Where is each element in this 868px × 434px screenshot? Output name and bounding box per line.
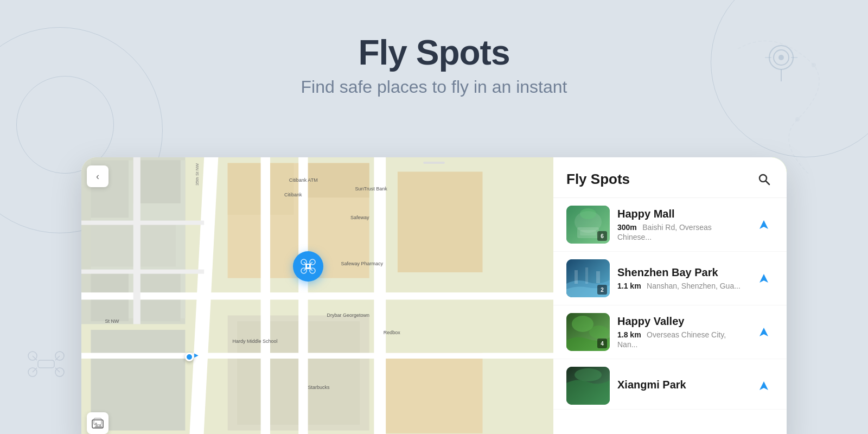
back-button[interactable]: ‹	[87, 165, 108, 187]
left-sidebar: ‹	[81, 157, 114, 434]
spot-info-shenzhen-bay: Shenzhen Bay Park 1.1 km Nanshan, Shenzh…	[617, 266, 746, 291]
svg-line-55	[766, 181, 770, 185]
spot-item-happy-mall[interactable]: 6 Happy Mall 300m Baishi Rd, Overseas Ch…	[553, 198, 787, 252]
svg-rect-6	[38, 360, 54, 368]
page-title: Fly Spots	[0, 33, 868, 73]
search-button[interactable]	[754, 169, 774, 189]
spot-address-shenzhen-bay: Nanshan, Shenzhen, Gua...	[647, 282, 741, 290]
spot-count-shenzhen-bay: 2	[597, 285, 607, 295]
spots-list: 6 Happy Mall 300m Baishi Rd, Overseas Ch…	[553, 198, 787, 434]
svg-marker-73	[760, 381, 768, 390]
spot-item-shenzhen-bay[interactable]: 2 Shenzhen Bay Park 1.1 km Nanshan, Shen…	[553, 252, 787, 305]
svg-rect-37	[81, 353, 553, 359]
spot-nav-happy-valley[interactable]	[754, 322, 774, 342]
device-mockup: Citibank ATM Citibank SunTrust Bank Safe…	[81, 157, 787, 434]
spot-info-happy-valley: Happy Valley 1.8 km Overseas Chinese Cit…	[617, 315, 746, 349]
spot-distance-shenzhen-bay: 1.1 km	[617, 282, 641, 290]
svg-line-51	[311, 262, 312, 264]
spot-thumbnail-xiangmi	[566, 367, 610, 405]
svg-rect-64	[585, 267, 588, 284]
svg-rect-41	[133, 157, 141, 324]
map-background: Citibank ATM Citibank SunTrust Bank Safe…	[81, 157, 553, 434]
spot-item-xiangmi-park[interactable]: Xiangmi Park	[553, 359, 787, 410]
spot-name-happy-valley: Happy Valley	[617, 315, 746, 328]
spot-name-shenzhen-bay: Shenzhen Bay Park	[617, 266, 746, 279]
svg-point-60	[580, 208, 596, 219]
svg-rect-65	[596, 271, 600, 283]
svg-rect-38	[261, 157, 270, 434]
svg-line-50	[304, 262, 305, 264]
spot-distance-happy-valley: 1.8 km	[617, 330, 641, 339]
svg-rect-36	[81, 292, 553, 299]
svg-rect-59	[580, 230, 596, 235]
map-panel: Citibank ATM Citibank SunTrust Bank Safe…	[81, 157, 553, 434]
fly-spots-panel: Fly Spots	[553, 157, 787, 434]
panel-title: Fly Spots	[566, 171, 630, 188]
svg-marker-61	[760, 220, 768, 229]
svg-point-69	[589, 326, 609, 339]
spot-thumbnail-happy-valley: 4	[566, 313, 610, 351]
drone-marker-icon	[300, 258, 316, 275]
drone-marker[interactable]	[293, 251, 323, 282]
svg-point-72	[575, 368, 602, 381]
svg-marker-66	[760, 274, 768, 283]
bg-drone-icon	[27, 350, 65, 380]
svg-rect-28	[298, 163, 369, 198]
spot-thumbnail-shenzhen-bay: 2	[566, 259, 610, 297]
spot-nav-xiangmi[interactable]	[754, 376, 774, 395]
spot-distance-happy-mall: 300m	[617, 223, 637, 232]
svg-rect-63	[575, 270, 578, 284]
svg-point-16	[795, 117, 800, 122]
spot-nav-happy-mall[interactable]	[754, 215, 774, 234]
svg-rect-32	[398, 172, 483, 273]
spot-item-happy-valley[interactable]: 4 Happy Valley 1.8 km Overseas Chinese C…	[553, 305, 787, 359]
spot-info-happy-mall: Happy Mall 300m Baishi Rd, Overseas Chin…	[617, 208, 746, 242]
svg-rect-31	[379, 353, 482, 433]
drag-handle	[423, 162, 445, 164]
spot-name-xiangmi: Xiangmi Park	[617, 379, 746, 391]
spot-name-happy-mall: Happy Mall	[617, 208, 746, 220]
page-subtitle: Find safe places to fly in an instant	[0, 77, 868, 97]
spot-count-happy-mall: 6	[597, 231, 607, 241]
spot-thumbnail-happy-mall: 6	[566, 206, 610, 244]
panel-header: Fly Spots	[553, 157, 787, 198]
svg-marker-70	[760, 328, 768, 336]
spot-nav-shenzhen-bay[interactable]	[754, 269, 774, 288]
svg-line-52	[304, 269, 305, 271]
svg-line-53	[311, 269, 312, 271]
spot-info-xiangmi: Xiangmi Park	[617, 379, 746, 393]
header-section: Fly Spots Find safe places to fly in an …	[0, 33, 868, 97]
spot-count-happy-valley: 4	[597, 339, 607, 348]
